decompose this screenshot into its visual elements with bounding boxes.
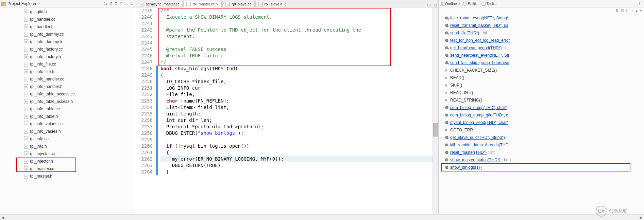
file-item[interactable]: hrpl_injector.h [0, 158, 135, 165]
file-item[interactable]: hrpl_master.h [0, 172, 135, 180]
hide-nonpublic-icon[interactable]: ● [635, 9, 638, 13]
code-line[interactable] [160, 20, 438, 27]
code-line[interactable]: @param thd Pointer to THD object for the… [160, 27, 438, 33]
hide-fields-icon[interactable]: ⬚ [626, 8, 629, 13]
outline-item[interactable]: show_binlogs(TH [439, 164, 644, 171]
code-line[interactable]: DBUG_RETURN(TRUE); [160, 162, 438, 169]
code-line[interactable]: List<Item> field_list; [160, 104, 438, 111]
code-line[interactable]: IO_CACHE *index_file; [160, 78, 438, 85]
file-item[interactable]: crpl_master.cc [0, 165, 135, 172]
code-line[interactable]: uint length; [160, 111, 438, 117]
close-icon[interactable]: ✕ [458, 2, 461, 5]
file-item[interactable]: crpl_handler.cc [0, 16, 135, 23]
outline-item[interactable]: com_binlog_dump(THD*, char*, [439, 104, 644, 111]
outline-item[interactable]: ssend_file(THD*) : int [439, 29, 644, 37]
code-line[interactable]: LOG_INFO cur; [160, 85, 438, 91]
scrollbar-thumb[interactable] [433, 123, 438, 136]
code-line[interactable]: */ [160, 59, 438, 66]
file-item[interactable]: hrpl_gtid.h [0, 8, 135, 16]
code-line[interactable]: File file; [160, 91, 438, 98]
vertical-scrollbar[interactable] [433, 7, 438, 214]
maximize-icon[interactable]: ☐ [639, 1, 643, 6]
file-item[interactable]: hrpl_info.h [0, 143, 135, 150]
code-line[interactable]: my_error(ER_NO_BINARY_LOGGING, MYF(0)); [160, 156, 438, 162]
outline-item[interactable]: sreset_transmit_packet(THD*, us [439, 22, 644, 29]
minimize-icon[interactable]: — [124, 2, 128, 6]
file-tree[interactable]: hrpl_gtid.hcrpl_handler.cchrpl_handler.h… [0, 7, 135, 220]
file-item[interactable]: crpl_info_table.cc [0, 105, 135, 113]
code-line[interactable]: /** [160, 7, 438, 14]
code-line[interactable]: } [160, 169, 438, 175]
outline-item[interactable]: sget_slave_uuid(THD*, String*) : [439, 134, 644, 141]
tab-outline[interactable]: Outline ✕ [440, 2, 461, 6]
editor-body[interactable]: 2239224022412242224322442245224622472248… [135, 7, 438, 220]
code-line[interactable] [160, 40, 438, 46]
file-item[interactable]: hrpl_info_factory.h [0, 53, 135, 60]
code-line[interactable] [160, 136, 438, 143]
file-item[interactable]: hrpl_info_values.h [0, 128, 135, 135]
editor-tab[interactable]: crpl_master.cc✕ [183, 1, 222, 7]
fold-bar[interactable] [155, 7, 159, 220]
code-line[interactable]: statement. [160, 33, 438, 40]
scroll-left-icon[interactable]: ◄ [0, 215, 6, 220]
file-item[interactable]: crpl_info.cc [0, 135, 135, 143]
outline-item[interactable]: #READ_STRING() [439, 96, 644, 104]
code-line[interactable]: if (!mysql_bin_log.is_open()) [160, 143, 438, 149]
file-item[interactable]: crpl_info_values.cc [0, 120, 135, 128]
maximize-icon[interactable]: ☐ [433, 3, 438, 7]
file-item[interactable]: crpl_info_table_access.cc [0, 90, 135, 98]
outline-item[interactable]: #GOTO_ERR [439, 126, 644, 134]
code-line[interactable]: int cur_dir_len; [160, 117, 438, 124]
code-line[interactable]: char fname[FN_REFLEN]; [160, 98, 438, 104]
tab-task[interactable]: Task... [481, 2, 497, 6]
filter-icon[interactable]: ⚙ [114, 1, 118, 6]
maximize-icon[interactable]: ☐ [130, 1, 134, 6]
editor-tab[interactable]: hrpl_slave.h [255, 1, 286, 7]
outline-list[interactable]: sfake_rotate_event(NET*, String*sreset_t… [439, 14, 644, 220]
tab-build[interactable]: Build... [463, 2, 479, 6]
editor-tab[interactable]: crpl_slave.cc [222, 1, 254, 7]
group-icon[interactable]: ☰ [621, 8, 624, 13]
file-item[interactable]: hrpl_info_handler.h [0, 83, 135, 90]
code-area[interactable]: /** Execute a SHOW BINARY LOGS statement… [159, 7, 438, 220]
outline-item[interactable]: com_binlog_dump_gtid(THD*, c [439, 111, 644, 119]
file-item[interactable]: crpl_info_dummy.cc [0, 31, 135, 38]
code-line[interactable]: bool show_binlogs(THD* thd) [160, 66, 438, 72]
code-line[interactable]: DBUG_ENTER("show_binlogs"); [160, 130, 438, 136]
outline-item[interactable]: ssend_last_skip_group_heartbeat [439, 59, 644, 67]
collapse-all-icon[interactable]: ⇆ [104, 1, 107, 6]
code-line[interactable]: { [160, 149, 438, 156]
sort-icon[interactable]: ⇅ [615, 8, 618, 13]
outline-item[interactable]: show_master_status(THD*) : boo [439, 156, 644, 164]
outline-item[interactable]: mysql_binlog_send(THD*, char* [439, 119, 644, 126]
view-menu-icon[interactable]: ▽ [120, 1, 122, 6]
restore-icon[interactable]: ❐ [426, 3, 432, 7]
code-line[interactable]: @retval FALSE success [160, 46, 438, 53]
outline-item[interactable]: ssend_heartbeat_event(NET*, Str [439, 52, 644, 59]
file-item[interactable]: crpl_info_file.cc [0, 60, 135, 68]
outline-item[interactable]: kill_zombie_dump_threads(THD [439, 141, 644, 149]
file-item[interactable]: hrpl_info_table_access.h [0, 98, 135, 105]
outline-item[interactable]: test_for_non_eof_log_read_error [439, 37, 644, 44]
file-item[interactable]: hrpl_info_table.h [0, 113, 135, 120]
outline-item[interactable]: #SKIP() [439, 81, 644, 89]
link-editor-icon[interactable]: ⇵ [109, 1, 112, 6]
outline-item[interactable]: #CHECK_PACKET_SIZE() [439, 67, 644, 74]
file-item[interactable]: crpl_info_factory.cc [0, 45, 135, 53]
editor-tab[interactable]: csemisync_master.cc [137, 1, 183, 7]
outline-item[interactable]: #READ_INT() [439, 89, 644, 96]
file-item[interactable]: hrpl_info_dummy.h [0, 38, 135, 45]
code-line[interactable]: Execute a SHOW BINARY LOGS statement. [160, 14, 438, 20]
outline-item[interactable]: #READ() [439, 74, 644, 81]
file-item[interactable]: crpl_injector.cc [0, 150, 135, 158]
outline-item[interactable]: reset_master(THD*) : int [439, 149, 644, 156]
outline-menu-icon[interactable]: ▾ [640, 8, 642, 13]
code-line[interactable]: { [160, 72, 438, 78]
file-item[interactable]: crpl_info_handler.cc [0, 75, 135, 83]
file-item[interactable]: hrpl_info_file.h [0, 68, 135, 75]
close-icon[interactable]: ✕ [38, 2, 40, 5]
code-line[interactable]: Protocol *protocol= thd->protocol; [160, 124, 438, 130]
code-line[interactable]: @retval TRUE failure [160, 53, 438, 59]
outline-item[interactable]: sfake_rotate_event(NET*, String* [439, 14, 644, 22]
file-item[interactable]: hrpl_handler.h [0, 23, 135, 31]
